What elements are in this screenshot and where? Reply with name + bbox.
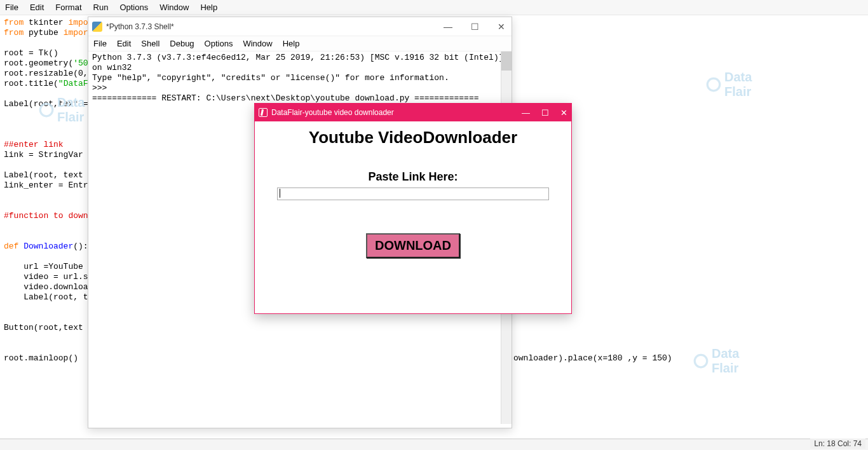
menu-options[interactable]: Options [119,3,148,12]
close-button[interactable]: ✕ [495,22,508,32]
app-title-text: DataFlair-youtube video downloader [271,108,394,117]
editor-menu-bar: File Edit Format Run Options Window Help [0,0,868,15]
python-icon [92,22,102,32]
watermark-logo: DataFlair [693,346,739,376]
shell-menu-window[interactable]: Window [243,39,272,48]
shell-menu-file[interactable]: File [93,39,107,48]
tkinter-app-window: DataFlair-youtube video downloader — ☐ ✕… [254,103,572,314]
tk-feather-icon [259,108,268,117]
editor-status-bar [0,439,868,450]
menu-window[interactable]: Window [159,3,189,12]
shell-menu-options[interactable]: Options [205,39,233,48]
minimize-button[interactable]: — [442,22,454,32]
link-input[interactable] [277,188,549,200]
paste-link-label: Paste Link Here: [255,170,571,184]
app-heading: Youtube VideoDownloader [255,128,571,147]
shell-menu-debug[interactable]: Debug [170,39,194,48]
app-minimize-button[interactable]: — [522,108,530,118]
menu-run[interactable]: Run [93,3,109,12]
scrollbar-thumb[interactable] [501,51,512,71]
shell-menu-edit[interactable]: Edit [117,39,131,48]
svg-point-2 [707,78,720,91]
menu-format[interactable]: Format [55,3,81,12]
editor-code-right: ownloader).place(x=180 ,y = 150) [513,353,672,364]
shell-menu-help[interactable]: Help [283,39,300,48]
svg-point-3 [695,355,707,367]
app-maximize-button[interactable]: ☐ [541,108,549,118]
maximize-button[interactable]: ☐ [468,22,481,32]
app-body: Youtube VideoDownloader Paste Link Here:… [255,121,571,258]
shell-menu-bar: File Edit Shell Debug Options Window Hel… [88,36,512,51]
menu-edit[interactable]: Edit [30,3,44,12]
menu-file[interactable]: File [5,3,18,12]
text-cursor [280,189,280,198]
shell-menu-shell[interactable]: Shell [141,39,159,48]
app-close-button[interactable]: ✕ [560,108,567,118]
shell-title-bar[interactable]: *Python 3.7.3 Shell* — ☐ ✕ [88,17,512,36]
menu-help[interactable]: Help [200,3,217,12]
download-button[interactable]: DOWNLOAD [366,233,460,258]
watermark-logo: DataFlair [705,70,752,99]
app-title-bar[interactable]: DataFlair-youtube video downloader — ☐ ✕ [255,104,571,121]
editor-code[interactable]: from tkinter impo from pytube impor root… [4,18,88,364]
editor-cursor-position: Ln: 18 Col: 74 [810,439,865,449]
shell-title-text: *Python 3.7.3 Shell* [106,22,174,31]
